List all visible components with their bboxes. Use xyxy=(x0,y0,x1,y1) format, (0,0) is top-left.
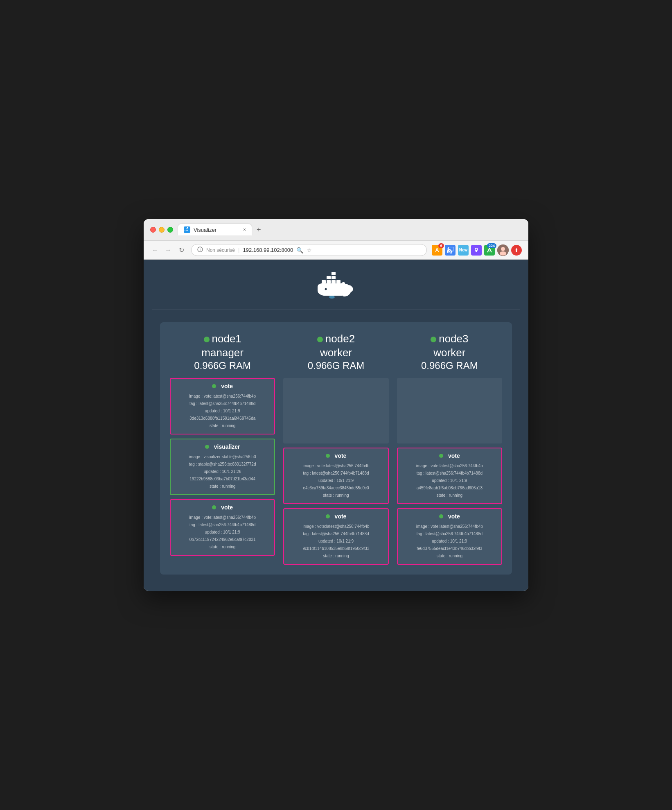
main-content: node1 manager 0.966G RAM vote image : vo… xyxy=(144,260,528,591)
maximize-button[interactable] xyxy=(167,227,173,233)
node-role-2: worker xyxy=(397,346,502,360)
svg-rect-3 xyxy=(187,230,188,231)
close-button[interactable] xyxy=(150,227,156,233)
cast-icon xyxy=(447,247,453,253)
feedly-extension[interactable]: 224 xyxy=(484,245,495,256)
service-name-0-1: visualizer xyxy=(174,443,271,450)
service-card-0-2: vote image : vote:latest@sha256:744fb4b … xyxy=(170,499,275,556)
node-name-0: node1 xyxy=(170,332,275,346)
docker-whale-icon xyxy=(318,272,354,300)
service-state-0-0: state : running xyxy=(174,422,271,430)
service-info-1-2: image : vote:latest@sha256:744fb4b tag :… xyxy=(287,523,384,560)
service-updated-2-2: updated : 10/1 21:9 xyxy=(401,538,498,545)
service-updated-0-0: updated : 10/1 21:9 xyxy=(174,407,271,415)
minimize-button[interactable] xyxy=(159,227,165,233)
back-button[interactable]: ← xyxy=(150,245,160,255)
tab-close-button[interactable]: × xyxy=(243,227,246,233)
node-column-1: node2 worker 0.966G RAM vote image : vot… xyxy=(283,332,388,565)
new-label: New xyxy=(459,248,468,252)
node-status-dot-0 xyxy=(204,337,210,342)
service-tag-1-1: tag : latest@sha256:744fb4b71488d xyxy=(287,470,384,477)
service-info-1-1: image : vote:latest@sha256:744fb4b tag :… xyxy=(287,462,384,499)
toolbar-extensions: A 6 New xyxy=(432,244,522,256)
refresh-button[interactable]: ↻ xyxy=(176,245,186,255)
service-hash-2-2: fe6d37555deacf1e43b746cbb32f9f3 xyxy=(401,545,498,552)
url-bar[interactable]: i Non sécurisé | 192.168.99.102:8000 🔍 ☆ xyxy=(191,244,427,256)
svg-rect-2 xyxy=(186,230,187,231)
service-updated-0-1: updated : 10/1 21:26 xyxy=(174,468,271,475)
service-image-0-0: image : vote:latest@sha256:744fb4b xyxy=(174,393,271,400)
svg-rect-1 xyxy=(185,230,185,231)
service-dot-1-1 xyxy=(326,454,330,458)
service-state-2-2: state : running xyxy=(401,552,498,560)
svg-rect-9 xyxy=(447,251,449,253)
url-separator: | xyxy=(238,247,239,253)
url-address: 192.168.99.102:8000 xyxy=(243,247,293,253)
svg-rect-24 xyxy=(331,272,336,275)
service-dot-2-2 xyxy=(439,514,443,518)
service-updated-0-2: updated : 10/1 21:9 xyxy=(174,529,271,536)
active-tab[interactable]: Visualizer × xyxy=(178,224,252,235)
node-name-1: node2 xyxy=(283,332,388,346)
service-state-2-1: state : running xyxy=(401,492,498,499)
svg-rect-17 xyxy=(516,251,517,252)
search-icon[interactable]: 🔍 xyxy=(296,247,303,253)
node-ram-2: 0.966G RAM xyxy=(397,360,502,371)
svg-point-15 xyxy=(500,251,506,256)
avatar-image xyxy=(497,244,509,256)
service-state-0-2: state : running xyxy=(174,543,271,551)
forward-button[interactable]: → xyxy=(163,245,173,255)
service-name-1-1: vote xyxy=(287,453,384,459)
node-header-0: node1 manager 0.966G RAM xyxy=(170,332,275,371)
services-list-0: vote image : vote:latest@sha256:744fb4b … xyxy=(170,378,275,556)
node-header-1: node2 worker 0.966G RAM xyxy=(283,332,388,371)
url-actions: 🔍 ☆ xyxy=(296,247,312,253)
service-card-2-2: vote image : vote:latest@sha256:744fb4b … xyxy=(397,508,502,565)
svg-text:i: i xyxy=(200,248,201,252)
svg-rect-5 xyxy=(187,229,188,229)
node-ram-1: 0.966G RAM xyxy=(283,360,388,371)
node-ram-0: 0.966G RAM xyxy=(170,360,275,371)
svg-point-14 xyxy=(501,247,505,251)
amazon-extension[interactable]: A 6 xyxy=(432,245,442,256)
new-tab-button[interactable]: + xyxy=(255,226,263,234)
service-image-0-1: image : visualizer:stable@sha256:b0 xyxy=(174,453,271,461)
service-image-2-2: image : vote:latest@sha256:744fb4b xyxy=(401,523,498,530)
svg-rect-19 xyxy=(327,280,331,283)
service-image-2-1: image : vote:latest@sha256:744fb4b xyxy=(401,462,498,470)
service-info-0-1: image : visualizer:stable@sha256:b0 tag … xyxy=(174,453,271,490)
nav-buttons: ← → ↻ xyxy=(150,245,186,255)
node-column-0: node1 manager 0.966G RAM vote image : vo… xyxy=(170,332,275,565)
svg-rect-23 xyxy=(331,276,336,279)
service-hash-0-0: 3de313d6888fb11591aa6f469746da xyxy=(174,415,271,422)
new-extension[interactable]: New xyxy=(458,245,469,256)
feedly-badge: 224 xyxy=(487,243,496,248)
service-state-1-2: state : running xyxy=(287,552,384,560)
service-card-1-0 xyxy=(283,378,388,443)
service-name-0-0: vote xyxy=(174,383,271,389)
node-status-dot-1 xyxy=(317,337,323,342)
service-card-1-1: vote image : vote:latest@sha256:744fb4b … xyxy=(283,448,388,504)
service-hash-1-2: 9cb1df114b108535e8b59f1950c9f33 xyxy=(287,545,384,552)
service-image-1-1: image : vote:latest@sha256:744fb4b xyxy=(287,462,384,470)
service-tag-1-2: tag : latest@sha256:744fb4b71488d xyxy=(287,530,384,538)
svg-rect-21 xyxy=(336,280,341,283)
user-avatar[interactable] xyxy=(497,244,509,256)
traffic-lights xyxy=(150,227,173,233)
service-hash-2-1: a459fe8aab1f6ab08eb766ad606a13 xyxy=(401,484,498,492)
service-hash-0-2: 0b72cc119724224962e8caf97c2031 xyxy=(174,536,271,543)
docker-logo xyxy=(318,272,354,301)
info-icon: i xyxy=(197,247,203,252)
cast-extension[interactable] xyxy=(445,245,456,256)
node-name-2: node3 xyxy=(397,332,502,346)
service-card-2-0 xyxy=(397,378,502,443)
service-dot-0-1 xyxy=(205,445,209,449)
lastpass-extension[interactable] xyxy=(471,245,482,256)
notification-button[interactable] xyxy=(511,245,522,256)
service-info-0-2: image : vote:latest@sha256:744fb4b tag :… xyxy=(174,514,271,551)
tab-bar: Visualizer × + xyxy=(178,224,522,235)
bookmark-icon[interactable]: ☆ xyxy=(307,247,312,253)
svg-point-25 xyxy=(325,288,327,290)
services-list-2: vote image : vote:latest@sha256:744fb4b … xyxy=(397,378,502,565)
service-card-0-1: visualizer image : visualizer:stable@sha… xyxy=(170,439,275,495)
